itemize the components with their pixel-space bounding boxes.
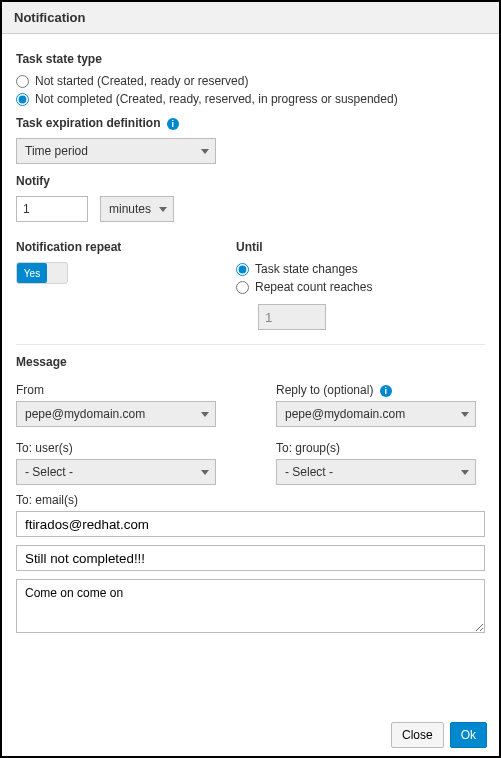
notification-dialog: Notification Task state type Not started… xyxy=(0,0,501,758)
from-dropdown[interactable]: pepe@mydomain.com xyxy=(16,401,216,427)
from-value: pepe@mydomain.com xyxy=(25,407,145,421)
radio-not-completed-input[interactable] xyxy=(16,93,29,106)
dialog-title: Notification xyxy=(2,2,499,34)
radio-until-count-label: Repeat count reaches xyxy=(255,280,372,294)
radio-until-state-label: Task state changes xyxy=(255,262,358,276)
notify-value-input[interactable] xyxy=(16,196,88,222)
dialog-footer: Close Ok xyxy=(2,714,499,756)
to-groups-label: To: group(s) xyxy=(276,441,476,455)
from-label: From xyxy=(16,383,216,397)
repeat-label: Notification repeat xyxy=(16,240,196,254)
subject-input[interactable] xyxy=(16,545,485,571)
until-label: Until xyxy=(236,240,485,254)
radio-not-completed-label: Not completed (Created, ready, reserved,… xyxy=(35,92,398,106)
notify-unit-value: minutes xyxy=(109,202,151,216)
expiration-label: Task expiration definition i xyxy=(16,116,485,130)
repeat-count-input xyxy=(258,304,326,330)
chevron-down-icon xyxy=(159,207,167,212)
message-label: Message xyxy=(16,355,485,369)
ok-button[interactable]: Ok xyxy=(450,722,487,748)
to-users-dropdown[interactable]: - Select - xyxy=(16,459,216,485)
to-emails-label: To: email(s) xyxy=(16,493,485,507)
chevron-down-icon xyxy=(461,470,469,475)
to-groups-dropdown[interactable]: - Select - xyxy=(276,459,476,485)
radio-until-state-changes[interactable]: Task state changes xyxy=(236,262,485,276)
expiration-dropdown[interactable]: Time period xyxy=(16,138,216,164)
repeat-toggle-knob: Yes xyxy=(17,263,47,283)
radio-not-completed[interactable]: Not completed (Created, ready, reserved,… xyxy=(16,92,485,106)
notify-label: Notify xyxy=(16,174,485,188)
to-users-value: - Select - xyxy=(25,465,73,479)
reply-to-dropdown[interactable]: pepe@mydomain.com xyxy=(276,401,476,427)
notify-unit-dropdown[interactable]: minutes xyxy=(100,196,174,222)
body-textarea[interactable] xyxy=(16,579,485,633)
close-button[interactable]: Close xyxy=(391,722,444,748)
expiration-value: Time period xyxy=(25,144,88,158)
to-emails-input[interactable] xyxy=(16,511,485,537)
task-state-type-label: Task state type xyxy=(16,52,485,66)
radio-until-count-input[interactable] xyxy=(236,281,249,294)
radio-until-state-input[interactable] xyxy=(236,263,249,276)
chevron-down-icon xyxy=(201,149,209,154)
dialog-body: Task state type Not started (Created, re… xyxy=(2,34,499,714)
chevron-down-icon xyxy=(461,412,469,417)
chevron-down-icon xyxy=(201,470,209,475)
repeat-toggle[interactable]: Yes xyxy=(16,262,68,284)
chevron-down-icon xyxy=(201,412,209,417)
radio-not-started[interactable]: Not started (Created, ready or reserved) xyxy=(16,74,485,88)
divider xyxy=(16,344,485,345)
radio-not-started-label: Not started (Created, ready or reserved) xyxy=(35,74,248,88)
info-icon[interactable]: i xyxy=(167,118,179,130)
reply-to-value: pepe@mydomain.com xyxy=(285,407,405,421)
info-icon[interactable]: i xyxy=(380,385,392,397)
radio-until-count[interactable]: Repeat count reaches xyxy=(236,280,485,294)
reply-to-label: Reply to (optional) i xyxy=(276,383,476,397)
to-users-label: To: user(s) xyxy=(16,441,216,455)
radio-not-started-input[interactable] xyxy=(16,75,29,88)
to-groups-value: - Select - xyxy=(285,465,333,479)
